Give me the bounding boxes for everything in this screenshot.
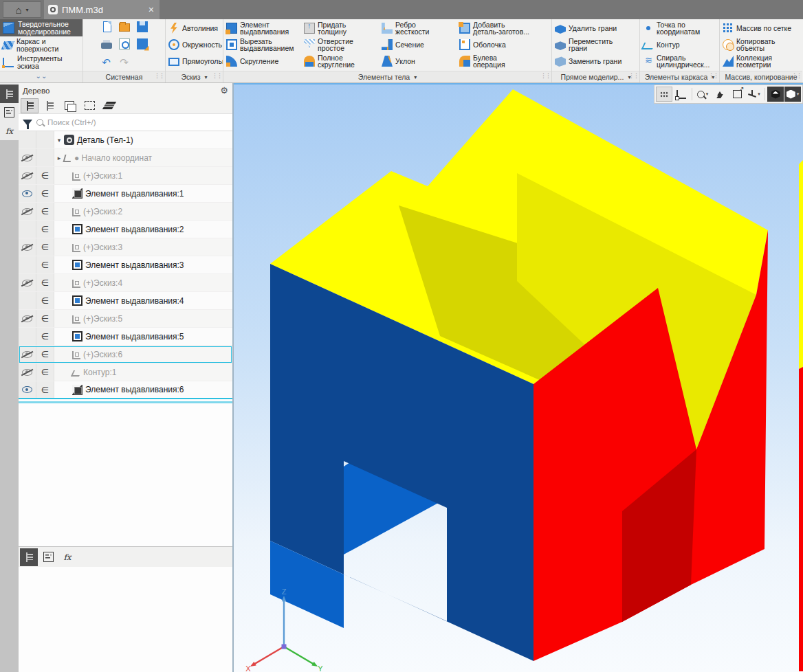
document-tab[interactable]: ПММ.m3d × (44, 0, 160, 19)
visibility-gutter[interactable] (19, 381, 36, 398)
ribbon-item-addpart[interactable]: Добавить деталь-заготов... (457, 20, 535, 36)
dropdown-icon[interactable]: ▾ (797, 91, 800, 97)
ribbon-item-point[interactable]: Точка по координатам (641, 20, 712, 36)
section-expand-icon[interactable]: ▾ (205, 74, 208, 80)
ribbon-item-fillet[interactable]: Скругление (224, 53, 302, 69)
caret-icon[interactable]: ▾ (54, 137, 64, 144)
view-grid-snap-button[interactable] (656, 87, 672, 102)
ribbon-item-copyobj[interactable]: Копировать объекты (720, 36, 793, 53)
eye-icon[interactable] (22, 386, 32, 393)
visibility-gutter[interactable] (19, 149, 36, 166)
panel-tab-fx-variables[interactable]: fx (0, 122, 19, 140)
section-grip-icon[interactable]: ⋮⋮ (212, 72, 221, 79)
tree-search-bar[interactable]: Поиск (Ctrl+/) (19, 114, 232, 131)
visibility-gutter[interactable] (19, 346, 36, 363)
tree-row[interactable]: ∈(+)Эскиз:2 (19, 203, 232, 221)
mode-wireframe-surfaces[interactable]: Каркас и поверхности (0, 36, 82, 54)
panel-tab-tree[interactable] (0, 85, 19, 103)
visibility-gutter[interactable] (19, 185, 36, 202)
ribbon-item-moveface[interactable]: Переместить грани (553, 36, 624, 53)
model-face-edge-strip-red[interactable] (799, 367, 803, 671)
ribbon-item-contour[interactable]: Контур (641, 36, 712, 53)
eye-off-icon[interactable] (22, 351, 32, 358)
tree-row[interactable]: ∈(+)Эскиз:4 (19, 274, 232, 292)
tree-row[interactable]: ∈(+)Эскиз:1 (19, 167, 232, 185)
ribbon-item-boolean[interactable]: Булева операция (457, 53, 535, 69)
visibility-gutter[interactable] (19, 238, 36, 256)
section-grip-icon[interactable]: ⋮⋮ (628, 72, 638, 79)
tree-row[interactable]: ▾Деталь (Тел-1) (19, 131, 232, 149)
ribbon-item-cutbox[interactable]: Вырезать выдавливанием (224, 36, 302, 53)
toolbar-floppy2-button[interactable] (137, 38, 148, 52)
tree-row[interactable]: ∈Элемент выдавливания:3 (19, 256, 232, 274)
ribbon-item-spiral[interactable]: ≋Спираль цилиндрическ... (641, 53, 712, 69)
section-grip-icon[interactable]: ⋮⋮ (791, 72, 801, 79)
mode-sketch-tools[interactable]: Инструменты эскиза (0, 54, 82, 71)
section-grip-icon[interactable]: ⋮⋮ (540, 72, 550, 79)
toolbar-preview-button[interactable] (119, 38, 130, 52)
tree-row[interactable]: ∈(+)Эскиз:5 (19, 310, 232, 328)
toolbar-floppy-button[interactable] (137, 21, 148, 35)
visibility-gutter[interactable] (19, 256, 36, 273)
ribbon-item-replface[interactable]: Заменить грани (553, 53, 624, 69)
tree-row[interactable]: ∈Контур:1 (19, 363, 232, 381)
tree-row[interactable]: ∈Элемент выдавливания:5 (19, 328, 232, 346)
ribbon-item-circle[interactable]: Окружность (166, 36, 223, 53)
tree-row[interactable]: ∈Элемент выдавливания:4 (19, 292, 232, 310)
filter-funnel-icon[interactable] (23, 120, 32, 126)
eye-off-icon[interactable] (22, 244, 32, 251)
toolbar-page-button[interactable] (102, 21, 111, 35)
panel-tab-fx-variables[interactable]: fx (58, 548, 76, 566)
ribbon-item-section[interactable]: Сечение (380, 36, 457, 53)
ribbon-item-box3d[interactable]: Элемент выдавливания (224, 20, 302, 36)
model-face-edge-strip-yellow[interactable] (799, 160, 803, 369)
visibility-gutter[interactable] (19, 292, 36, 309)
ribbon-item-geomcol[interactable]: Коллекция геометрии (720, 53, 793, 69)
tree-sequence-button[interactable] (41, 98, 58, 113)
panel-tab-tree[interactable] (20, 548, 38, 566)
home-button[interactable]: ⌂ ▾ (3, 1, 41, 18)
gear-icon[interactable]: ⚙ (220, 85, 228, 96)
tree-row[interactable]: ▸● Начало координат (19, 149, 232, 167)
ribbon-item-fillet2[interactable]: Полное скругление (302, 53, 380, 69)
collapse-chevron-icon[interactable]: ⌄⌄ (0, 71, 82, 82)
section-expand-icon[interactable]: ▾ (414, 74, 417, 80)
visibility-gutter[interactable] (19, 274, 36, 291)
tree-structure-button[interactable] (21, 98, 38, 113)
eye-off-icon[interactable] (22, 155, 32, 161)
mode-solid-modeling[interactable]: Твердотельное моделирование (0, 19, 82, 36)
toolbar-undo-button[interactable]: ↶ (101, 57, 112, 68)
ribbon-item-rect[interactable]: Прямоугольник (166, 53, 223, 69)
tree-row[interactable]: ∈(+)Эскиз:6 (19, 346, 232, 363)
view-display-shaded-button[interactable]: ▾ (784, 87, 801, 102)
eye-off-icon[interactable] (22, 172, 32, 179)
visibility-gutter[interactable] (19, 328, 36, 345)
tree-row[interactable]: ∈Элемент выдавливания:1 (19, 185, 232, 203)
ribbon-item-delface[interactable]: Удалить грани (553, 20, 624, 36)
model-3d-view[interactable]: ZXY (237, 83, 803, 671)
view-move-rotate-button[interactable] (729, 87, 745, 102)
panel-tab-parameters-checklist[interactable] (0, 103, 19, 122)
visibility-gutter[interactable] (19, 310, 36, 327)
tree-row[interactable]: ∈Элемент выдавливания:6 (19, 381, 232, 399)
tree-row[interactable]: ∈(+)Эскиз:3 (19, 238, 232, 256)
visibility-gutter[interactable] (19, 203, 36, 220)
tab-close-icon[interactable]: × (147, 4, 155, 15)
eye-off-icon[interactable] (22, 315, 32, 322)
tree-filter-area-button[interactable] (80, 98, 98, 113)
ribbon-item-gridarray[interactable]: Массив по сетке (720, 20, 793, 36)
visibility-gutter[interactable] (19, 167, 36, 184)
view-zoom-button[interactable]: ▾ (694, 87, 711, 102)
toolbar-printer-button[interactable] (101, 39, 112, 52)
panel-tab-parameters-checklist[interactable] (39, 548, 57, 566)
view-display-wireframe-cube-button[interactable] (767, 87, 784, 102)
visibility-gutter[interactable] (19, 131, 36, 148)
tree-relations-button[interactable] (60, 98, 78, 113)
section-grip-icon[interactable]: ⋮⋮ (154, 72, 164, 79)
graphics-viewport[interactable]: ZXY ▾▾▾ (234, 83, 803, 672)
ribbon-item-lightning[interactable]: Автолиния (166, 20, 223, 36)
eye-off-icon[interactable] (22, 280, 32, 287)
tree-row[interactable]: ∈Элемент выдавливания:2 (19, 221, 232, 238)
view-local-csys-button[interactable] (673, 87, 690, 102)
ribbon-item-hole[interactable]: Отверстие простое (302, 36, 380, 53)
